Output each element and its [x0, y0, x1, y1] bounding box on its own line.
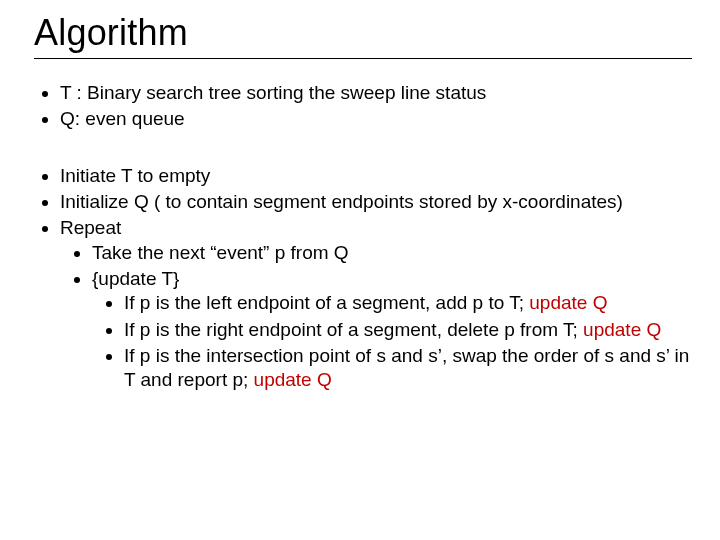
step-init-t: Initiate T to empty — [60, 164, 692, 188]
step-left-endpoint-text: If p is the left endpoint of a segment, … — [124, 292, 529, 313]
step-intersection-update: update Q — [254, 369, 332, 390]
step-update-t: {update T} If p is the left endpoint of … — [92, 267, 692, 393]
spacer — [34, 134, 692, 164]
step-left-endpoint-update: update Q — [529, 292, 607, 313]
step-take-event: Take the next “event” p from Q — [92, 241, 692, 265]
step-init-q: Initialize Q ( to contain segment endpoi… — [60, 190, 692, 214]
title-underline — [34, 58, 692, 59]
step-right-endpoint-text: If p is the right endpoint of a segment,… — [124, 319, 583, 340]
steps-list: Initiate T to empty Initialize Q ( to co… — [34, 164, 692, 393]
step-update-t-label: {update T} — [92, 268, 179, 289]
step-repeat: Repeat Take the next “event” p from Q {u… — [60, 216, 692, 392]
repeat-sublist: Take the next “event” p from Q {update T… — [60, 241, 692, 393]
step-repeat-label: Repeat — [60, 217, 121, 238]
update-t-sublist: If p is the left endpoint of a segment, … — [92, 291, 692, 392]
step-right-endpoint-update: update Q — [583, 319, 661, 340]
slide-body: T : Binary search tree sorting the sweep… — [34, 81, 692, 392]
step-intersection-text: If p is the intersection point of s and … — [124, 345, 689, 390]
step-intersection: If p is the intersection point of s and … — [124, 344, 692, 393]
step-left-endpoint: If p is the left endpoint of a segment, … — [124, 291, 692, 315]
definitions-list: T : Binary search tree sorting the sweep… — [34, 81, 692, 132]
step-right-endpoint: If p is the right endpoint of a segment,… — [124, 318, 692, 342]
def-t: T : Binary search tree sorting the sweep… — [60, 81, 692, 105]
slide: Algorithm T : Binary search tree sorting… — [0, 0, 720, 540]
slide-title: Algorithm — [34, 12, 692, 54]
def-q: Q: even queue — [60, 107, 692, 131]
